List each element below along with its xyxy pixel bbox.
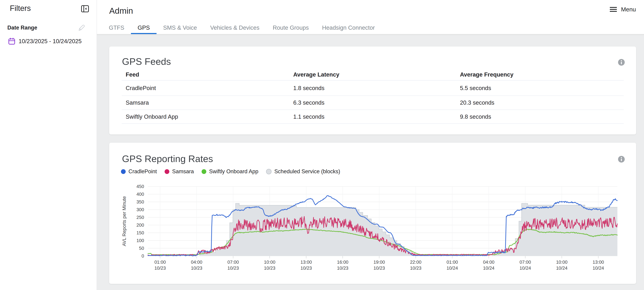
info-icon bbox=[618, 59, 625, 66]
tab-headsign-connector[interactable]: Headsign Connector bbox=[315, 22, 382, 34]
column-header-feed: Feed bbox=[122, 69, 289, 81]
y-tick-label: 100 bbox=[136, 238, 144, 243]
table-row-feed-name: CradlePoint bbox=[122, 81, 289, 96]
admin-tabs: GTFS GPS SMS & Voice Vehicles & Devices … bbox=[102, 22, 382, 34]
tab-gps[interactable]: GPS bbox=[131, 22, 156, 34]
gps-reporting-rates-title: GPS Reporting Rates bbox=[122, 153, 213, 164]
legend-color-dot bbox=[266, 169, 272, 174]
x-tick-time: 13:00 bbox=[593, 259, 604, 265]
legend-item[interactable]: Scheduled Service (blocks) bbox=[266, 168, 340, 175]
tab-sms-voice[interactable]: SMS & Voice bbox=[156, 22, 204, 34]
legend-item[interactable]: Swiftly Onboard App bbox=[202, 168, 258, 175]
legend-color-dot bbox=[202, 169, 206, 174]
calendar-icon bbox=[8, 38, 16, 45]
x-tick-time: 10:00 bbox=[264, 259, 275, 265]
y-tick-label: 350 bbox=[136, 199, 144, 205]
x-tick-time: 10:00 bbox=[556, 259, 568, 265]
y-tick-label: 400 bbox=[136, 192, 144, 197]
x-tick-date: 10/23 bbox=[264, 265, 275, 271]
gps-feeds-table: Feed Average Latency Average Frequency C… bbox=[122, 69, 624, 124]
x-tick-time: 01:00 bbox=[446, 259, 458, 265]
legend-label: CradlePoint bbox=[128, 168, 157, 175]
tab-vehicles-devices[interactable]: Vehicles & Devices bbox=[204, 22, 266, 34]
legend-color-dot bbox=[121, 169, 126, 174]
collapse-sidebar-button[interactable] bbox=[81, 5, 89, 13]
x-tick-date: 10/23 bbox=[337, 265, 348, 271]
info-icon bbox=[618, 156, 625, 163]
page-header: Admin Menu GTFS GPS SMS & Voice Vehicles… bbox=[97, 0, 644, 34]
table-row-latency: 6.3 seconds bbox=[289, 96, 456, 110]
menu-button[interactable]: Menu bbox=[610, 6, 636, 13]
table-row-latency: 1.8 seconds bbox=[289, 81, 456, 96]
date-range-label: Date Range bbox=[7, 25, 37, 31]
filters-sidebar: Filters Date Range 10/23/2025 - 10/24/20… bbox=[0, 0, 97, 290]
collapse-panel-icon bbox=[81, 5, 89, 13]
x-tick-date: 10/24 bbox=[556, 265, 568, 271]
x-tick-time: 07:00 bbox=[520, 259, 531, 265]
x-tick-time: 16:00 bbox=[337, 259, 348, 265]
x-tick-time: 19:00 bbox=[374, 259, 385, 265]
x-tick-date: 10/23 bbox=[374, 265, 385, 271]
legend-label: Swiftly Onboard App bbox=[209, 168, 258, 175]
gps-reporting-rates-card: GPS Reporting Rates CradlePointSamsaraSw… bbox=[109, 143, 636, 284]
x-tick-date: 10/24 bbox=[593, 265, 604, 271]
x-tick-date: 10/24 bbox=[446, 265, 458, 271]
table-row-frequency: 9.8 seconds bbox=[456, 110, 624, 124]
x-tick-date: 10/23 bbox=[228, 265, 239, 271]
menu-label: Menu bbox=[621, 6, 636, 13]
y-tick-label: 150 bbox=[136, 230, 144, 235]
column-header-average-latency: Average Latency bbox=[289, 69, 456, 81]
x-tick-date: 10/23 bbox=[410, 265, 422, 271]
table-row-latency: 1.1 seconds bbox=[289, 110, 456, 124]
x-tick-date: 10/23 bbox=[191, 265, 202, 271]
legend-item[interactable]: CradlePoint bbox=[121, 168, 157, 175]
chart-legend: CradlePointSamsaraSwiftly Onboard AppSch… bbox=[121, 168, 340, 175]
hamburger-icon bbox=[610, 7, 617, 12]
x-tick-time: 07:00 bbox=[228, 259, 239, 265]
x-tick-date: 10/24 bbox=[520, 265, 531, 271]
sidebar-title: Filters bbox=[10, 4, 31, 13]
page-content: GPS Feeds Feed Average Latency Average F… bbox=[97, 34, 644, 290]
table-row-frequency: 20.3 seconds bbox=[456, 96, 624, 110]
y-tick-label: 200 bbox=[136, 222, 144, 228]
y-tick-label: 50 bbox=[139, 246, 144, 251]
legend-item[interactable]: Samsara bbox=[164, 168, 194, 175]
x-tick-time: 13:00 bbox=[300, 259, 312, 265]
tab-gtfs[interactable]: GTFS bbox=[102, 22, 131, 34]
reporting-chart: 05010015020025030035040045001:0010/2304:… bbox=[120, 183, 624, 277]
gps-feeds-card: GPS Feeds Feed Average Latency Average F… bbox=[109, 47, 636, 134]
x-tick-time: 04:00 bbox=[483, 259, 494, 265]
tab-route-groups[interactable]: Route Groups bbox=[266, 22, 315, 34]
x-tick-time: 04:00 bbox=[191, 259, 202, 265]
table-row-feed-name: Samsara bbox=[122, 96, 289, 110]
x-tick-time: 22:00 bbox=[410, 259, 422, 265]
page-title: Admin bbox=[109, 6, 133, 16]
legend-label: Samsara bbox=[172, 168, 194, 175]
x-tick-time: 01:00 bbox=[154, 259, 166, 265]
legend-label: Scheduled Service (blocks) bbox=[274, 168, 340, 175]
column-header-average-frequency: Average Frequency bbox=[456, 69, 624, 81]
y-tick-label: 0 bbox=[142, 253, 144, 259]
x-tick-date: 10/23 bbox=[300, 265, 312, 271]
y-axis-label: AVL Reports per Minute bbox=[122, 196, 127, 246]
gps-feeds-info-button[interactable] bbox=[618, 59, 625, 66]
gps-feeds-title: GPS Feeds bbox=[122, 56, 171, 67]
date-range-value: 10/23/2025 - 10/24/2025 bbox=[18, 38, 82, 45]
legend-color-dot bbox=[164, 169, 169, 174]
main-area: Admin Menu GTFS GPS SMS & Voice Vehicles… bbox=[97, 0, 644, 290]
x-tick-date: 10/23 bbox=[154, 265, 166, 271]
y-tick-label: 450 bbox=[136, 184, 144, 189]
y-tick-label: 250 bbox=[136, 215, 144, 220]
y-tick-label: 300 bbox=[136, 207, 144, 212]
x-tick-date: 10/24 bbox=[483, 265, 494, 271]
gps-reporting-rates-info-button[interactable] bbox=[618, 156, 625, 163]
table-row-frequency: 5.5 seconds bbox=[456, 81, 624, 96]
edit-date-range-button[interactable] bbox=[78, 24, 86, 32]
date-range-value-row[interactable]: 10/23/2025 - 10/24/2025 bbox=[8, 38, 82, 45]
pencil-icon bbox=[78, 24, 86, 32]
table-row-feed-name: Swiftly Onboard App bbox=[122, 110, 289, 124]
